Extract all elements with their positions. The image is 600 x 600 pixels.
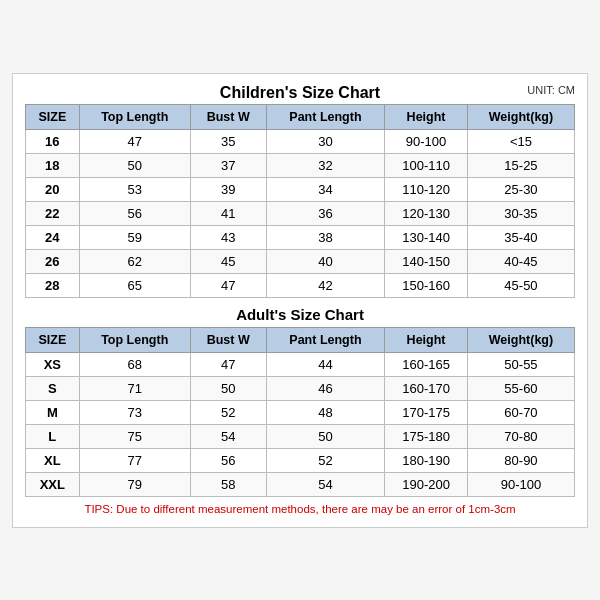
table-row: 26624540140-15040-45 xyxy=(26,249,575,273)
table-cell: 50 xyxy=(266,424,385,448)
children-size-table: SIZE Top Length Bust W Pant Length Heigh… xyxy=(25,104,575,298)
table-cell: 37 xyxy=(190,153,266,177)
table-cell: 50 xyxy=(190,376,266,400)
table-cell: 48 xyxy=(266,400,385,424)
table-cell: 56 xyxy=(190,448,266,472)
table-cell: 22 xyxy=(26,201,80,225)
adult-col-header-bust-w: Bust W xyxy=(190,327,266,352)
table-cell: L xyxy=(26,424,80,448)
adult-header-row: SIZE Top Length Bust W Pant Length Heigh… xyxy=(26,327,575,352)
table-cell: 47 xyxy=(79,129,190,153)
table-cell: 53 xyxy=(79,177,190,201)
table-cell: 30 xyxy=(266,129,385,153)
col-header-bust-w: Bust W xyxy=(190,104,266,129)
table-cell: 32 xyxy=(266,153,385,177)
table-cell: 20 xyxy=(26,177,80,201)
table-cell: 175-180 xyxy=(385,424,468,448)
children-header-row: SIZE Top Length Bust W Pant Length Heigh… xyxy=(26,104,575,129)
table-cell: 80-90 xyxy=(467,448,574,472)
table-row: XS684744160-16550-55 xyxy=(26,352,575,376)
table-row: 1647353090-100<15 xyxy=(26,129,575,153)
table-cell: XS xyxy=(26,352,80,376)
table-cell: 79 xyxy=(79,472,190,496)
table-cell: 30-35 xyxy=(467,201,574,225)
table-cell: XL xyxy=(26,448,80,472)
tips-text: TIPS: Due to different measurement metho… xyxy=(25,503,575,515)
table-cell: 56 xyxy=(79,201,190,225)
table-cell: 39 xyxy=(190,177,266,201)
table-cell: S xyxy=(26,376,80,400)
table-cell: 120-130 xyxy=(385,201,468,225)
table-cell: 90-100 xyxy=(385,129,468,153)
table-cell: 52 xyxy=(266,448,385,472)
table-cell: 26 xyxy=(26,249,80,273)
table-cell: 52 xyxy=(190,400,266,424)
adult-title-text: Adult's Size Chart xyxy=(236,306,364,323)
col-header-pant-length: Pant Length xyxy=(266,104,385,129)
table-cell: 41 xyxy=(190,201,266,225)
table-cell: 38 xyxy=(266,225,385,249)
table-cell: 62 xyxy=(79,249,190,273)
adult-col-header-weight: Weight(kg) xyxy=(467,327,574,352)
table-cell: 70-80 xyxy=(467,424,574,448)
table-cell: 44 xyxy=(266,352,385,376)
table-cell: 90-100 xyxy=(467,472,574,496)
table-cell: 42 xyxy=(266,273,385,297)
adult-col-header-size: SIZE xyxy=(26,327,80,352)
table-cell: 16 xyxy=(26,129,80,153)
table-cell: 190-200 xyxy=(385,472,468,496)
table-cell: 160-165 xyxy=(385,352,468,376)
table-cell: 77 xyxy=(79,448,190,472)
table-cell: 18 xyxy=(26,153,80,177)
table-cell: 36 xyxy=(266,201,385,225)
table-cell: M xyxy=(26,400,80,424)
table-cell: 35-40 xyxy=(467,225,574,249)
table-cell: 55-60 xyxy=(467,376,574,400)
table-cell: 25-30 xyxy=(467,177,574,201)
table-cell: 34 xyxy=(266,177,385,201)
col-header-top-length: Top Length xyxy=(79,104,190,129)
table-cell: 60-70 xyxy=(467,400,574,424)
adult-col-header-top-length: Top Length xyxy=(79,327,190,352)
table-cell: 170-175 xyxy=(385,400,468,424)
table-cell: 45 xyxy=(190,249,266,273)
table-cell: 68 xyxy=(79,352,190,376)
table-cell: <15 xyxy=(467,129,574,153)
table-cell: XXL xyxy=(26,472,80,496)
table-cell: 40-45 xyxy=(467,249,574,273)
table-cell: 130-140 xyxy=(385,225,468,249)
adult-chart-title: Adult's Size Chart xyxy=(25,300,575,327)
table-cell: 35 xyxy=(190,129,266,153)
table-cell: 59 xyxy=(79,225,190,249)
table-cell: 45-50 xyxy=(467,273,574,297)
col-header-size: SIZE xyxy=(26,104,80,129)
table-cell: 73 xyxy=(79,400,190,424)
table-cell: 50 xyxy=(79,153,190,177)
table-cell: 54 xyxy=(266,472,385,496)
table-row: 18503732100-11015-25 xyxy=(26,153,575,177)
table-cell: 58 xyxy=(190,472,266,496)
table-cell: 54 xyxy=(190,424,266,448)
table-cell: 160-170 xyxy=(385,376,468,400)
table-cell: 140-150 xyxy=(385,249,468,273)
unit-label: UNIT: CM xyxy=(527,84,575,96)
table-cell: 100-110 xyxy=(385,153,468,177)
table-row: XL775652180-19080-90 xyxy=(26,448,575,472)
table-row: S715046160-17055-60 xyxy=(26,376,575,400)
table-cell: 110-120 xyxy=(385,177,468,201)
table-cell: 50-55 xyxy=(467,352,574,376)
adult-col-header-pant-length: Pant Length xyxy=(266,327,385,352)
table-cell: 47 xyxy=(190,352,266,376)
table-cell: 40 xyxy=(266,249,385,273)
table-row: L755450175-18070-80 xyxy=(26,424,575,448)
table-cell: 150-160 xyxy=(385,273,468,297)
table-cell: 15-25 xyxy=(467,153,574,177)
table-row: XXL795854190-20090-100 xyxy=(26,472,575,496)
table-cell: 71 xyxy=(79,376,190,400)
table-cell: 28 xyxy=(26,273,80,297)
table-cell: 47 xyxy=(190,273,266,297)
table-row: 22564136120-13030-35 xyxy=(26,201,575,225)
table-row: 28654742150-16045-50 xyxy=(26,273,575,297)
adult-size-table: SIZE Top Length Bust W Pant Length Heigh… xyxy=(25,327,575,497)
table-cell: 43 xyxy=(190,225,266,249)
